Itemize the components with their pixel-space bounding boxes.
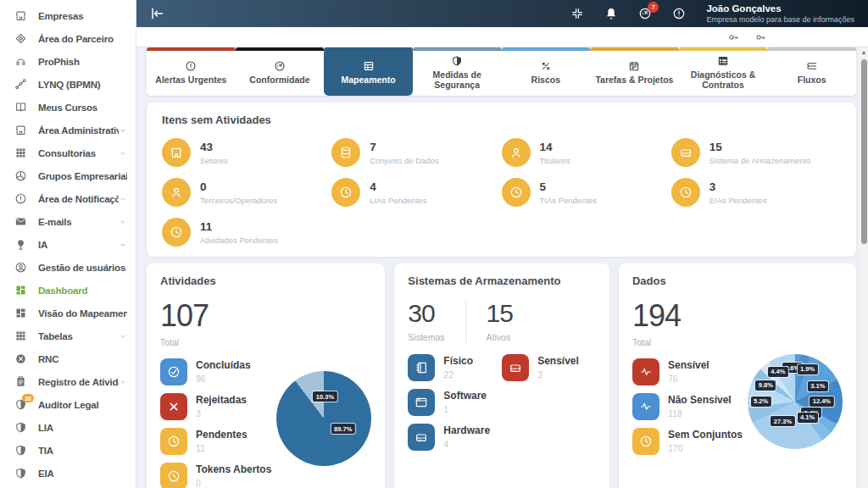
stat-sensivel: Sensível2 xyxy=(502,354,596,381)
stat-value: 3 xyxy=(196,408,247,419)
sidebar-item-meus-cursos[interactable]: Meus Cursos xyxy=(0,96,136,119)
sidebar-item-tabelas[interactable]: Tabelas xyxy=(0,324,136,347)
stat-value: 76 xyxy=(668,374,709,384)
tab-alertas-urgentes[interactable]: Alertas Urgentes xyxy=(147,47,236,96)
counter-label: Setores xyxy=(200,156,228,165)
sidebar-item-area-administrativa[interactable]: Área Administrativa xyxy=(0,119,136,141)
sidebar-item-eia[interactable]: EIA xyxy=(0,462,136,485)
shield-icon: 36 xyxy=(14,398,27,411)
sistemas-stats-left: Físico22Software1Hardware4 xyxy=(408,354,502,451)
counter-label: LIAs Pendentes xyxy=(370,196,426,205)
stat-label: Sensível xyxy=(668,358,709,371)
sidebar-item-prophish[interactable]: ProPhish xyxy=(0,50,136,73)
sidebar-item-consultorias[interactable]: Consultorias xyxy=(0,141,136,164)
sidebar-item-area-do-parceiro[interactable]: Área do Parceiro xyxy=(0,27,136,50)
vertical-scrollbar[interactable]: ▲ xyxy=(860,48,868,488)
counter-value: 15 xyxy=(709,141,810,153)
stat-sem-conjuntos: Sem Conjuntos170 xyxy=(632,428,743,455)
sidebar-item-e-mails[interactable]: E-mails xyxy=(0,210,136,233)
stat-value: 118 xyxy=(668,408,732,419)
sidebar-item-auditor-legal[interactable]: 36Auditor Legal xyxy=(0,393,136,416)
sidebar-item-registro-de-atividades[interactable]: Registro de Atividades xyxy=(0,370,136,393)
grid-icon xyxy=(14,147,27,159)
sidebar-collapse-button[interactable] xyxy=(148,5,165,22)
person-icon xyxy=(509,146,523,159)
dados-pie-chart: 3.6%1.9%4.4%9.8%3.1%12.4%5.2%3.4%4.1%27.… xyxy=(748,354,843,449)
sidebar-item-gestao-de-usuarios[interactable]: Gestão de usuários xyxy=(0,256,136,279)
sidebar-item-grupos-empresariais[interactable]: Grupos Empresariais xyxy=(0,164,136,187)
dados-total: 194 xyxy=(632,301,843,331)
sidebar-item-rnc[interactable]: RNC xyxy=(0,347,136,370)
scrollbar-thumb[interactable] xyxy=(861,59,867,244)
storefront-icon xyxy=(14,9,27,22)
chevron-down-icon xyxy=(119,332,127,341)
chevron-down-icon xyxy=(119,241,127,249)
counter-lias-pendentes: 4LIAs Pendentes xyxy=(331,178,501,207)
xmark-icon xyxy=(167,400,181,413)
handshake-icon xyxy=(14,32,27,45)
scroll-up-arrow[interactable]: ▲ xyxy=(860,48,868,57)
dados-total-label: Total xyxy=(632,337,843,347)
harddrive-icon xyxy=(679,146,693,159)
stat-label: Não Sensível xyxy=(668,393,732,406)
sistemas-count-label: Sistemas xyxy=(408,332,444,342)
user-menu[interactable]: João Gonçalves Empresa modelo para base … xyxy=(706,3,854,25)
counter-label: TIAs Pendentes xyxy=(540,196,598,205)
bell-icon[interactable] xyxy=(604,7,618,20)
sidebar-item-empresas[interactable]: Empresas xyxy=(0,4,136,27)
sidebar-item-tia[interactable]: TIA xyxy=(0,439,136,462)
xcircle-icon xyxy=(14,352,27,365)
stat-icon-square xyxy=(160,428,187,455)
key-icon[interactable] xyxy=(727,31,739,43)
stat-icon-square xyxy=(408,354,435,381)
stat-sensivel: Sensível76 xyxy=(632,358,743,385)
counter-icon-circle xyxy=(162,138,191,167)
counter-setores: 43Setores xyxy=(162,138,331,167)
tab-fluxos[interactable]: Fluxos xyxy=(767,47,856,96)
counter-value: 7 xyxy=(370,141,438,153)
sub-header xyxy=(136,27,868,47)
stat-value: 4 xyxy=(443,439,490,449)
tab-medidas-de-seguranca[interactable]: Medidas de Segurança xyxy=(413,47,502,96)
counter-value: 4 xyxy=(370,180,426,193)
gauge-icon[interactable]: 7 xyxy=(638,7,652,20)
sidebar-item-lia[interactable]: LIA xyxy=(0,416,136,439)
grid-icon xyxy=(14,330,27,342)
window-icon xyxy=(415,396,428,409)
sidebar-item-label: Área de Notificações xyxy=(38,194,119,204)
tab-mapeamento[interactable]: Mapeamento xyxy=(324,47,413,96)
key-icon[interactable] xyxy=(754,31,766,43)
stat-icon-square xyxy=(632,393,659,420)
chevron-down-icon xyxy=(119,149,127,158)
counter-value: 14 xyxy=(540,141,570,153)
stat-icon-square xyxy=(408,424,435,451)
ativos-count-label: Ativos xyxy=(487,332,513,342)
sidebar-item-ia[interactable]: IA xyxy=(0,233,136,256)
content-area: Alertas UrgentesConformidadeMapeamentoMe… xyxy=(136,47,868,488)
sidebar-item-lynq-bpmn[interactable]: LYNQ (BPMN) xyxy=(0,73,136,96)
chevron-down-icon xyxy=(119,126,127,135)
counter-value: 43 xyxy=(200,141,228,153)
sistemas-count: 30 xyxy=(408,301,444,326)
storefront-icon xyxy=(170,146,183,159)
tab-conformidade[interactable]: Conformidade xyxy=(236,47,325,96)
stat-label: Software xyxy=(443,389,487,402)
activity-icon xyxy=(639,365,653,379)
alert-circle-icon[interactable] xyxy=(672,7,686,20)
tab-diagnosticos-contratos[interactable]: Diagnósticos & Contratos xyxy=(679,47,768,96)
collapse-sidebar-icon xyxy=(148,5,165,22)
fullscreen-icon[interactable] xyxy=(570,7,584,20)
sidebar-item-visao-do-mapeamento[interactable]: Visão do Mapeamento xyxy=(0,302,136,324)
tab-label: Riscos xyxy=(531,75,560,85)
tab-riscos[interactable]: Riscos xyxy=(502,47,591,96)
stat-pendentes: Pendentes11 xyxy=(160,428,271,455)
sidebar-item-area-de-notificacoes[interactable]: Área de Notificações xyxy=(0,187,136,210)
sidebar-item-dashboard[interactable]: Dashboard xyxy=(0,279,136,302)
stat-value: 22 xyxy=(443,369,473,380)
tab-label: Diagnósticos & Contratos xyxy=(682,69,765,90)
tab-tarefas-projetos[interactable]: Tarefas & Projetos xyxy=(590,47,679,96)
shield-icon xyxy=(14,444,27,457)
diagtable-icon xyxy=(717,55,729,67)
shield-icon xyxy=(14,421,27,434)
itens-sem-atividades-panel: Itens sem Atividades 43Setores7Conjunto … xyxy=(147,103,856,257)
